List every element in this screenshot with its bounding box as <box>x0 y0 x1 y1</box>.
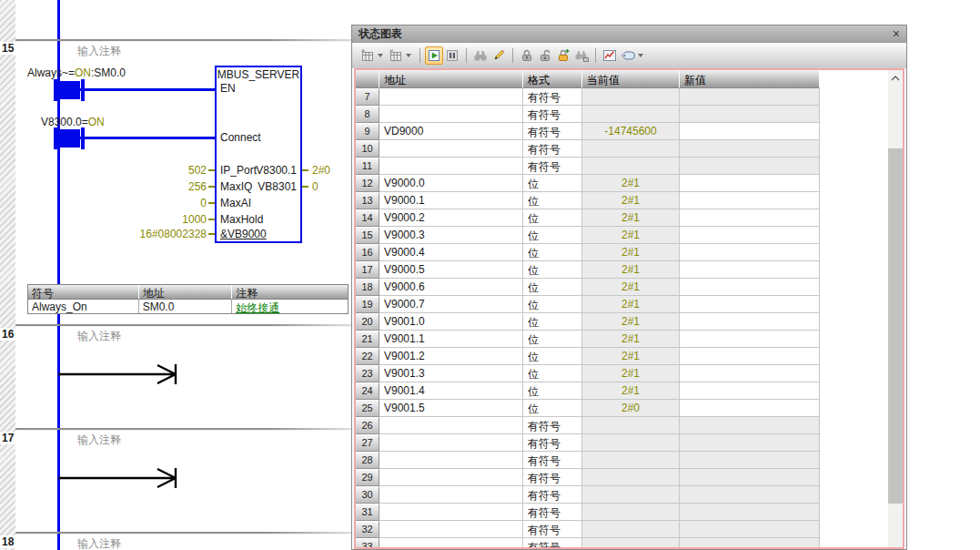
new-value-cell[interactable] <box>680 348 820 365</box>
address-cell[interactable]: V9000.6 <box>379 279 523 296</box>
address-cell[interactable]: V9000.7 <box>379 296 523 313</box>
row-number-cell[interactable]: 15 <box>356 227 379 244</box>
row-number-cell[interactable]: 12 <box>356 175 379 192</box>
network-comment[interactable]: 输入注释 <box>77 329 121 344</box>
row-number-cell[interactable]: 18 <box>356 279 379 296</box>
format-cell[interactable]: 位 <box>523 175 582 192</box>
force-new-icon[interactable] <box>554 46 572 65</box>
address-cell[interactable] <box>379 158 523 175</box>
vertical-scrollbar[interactable] <box>888 70 903 547</box>
address-cell[interactable]: V9000.4 <box>379 244 523 261</box>
format-cell[interactable]: 有符号 <box>523 434 582 452</box>
address-cell[interactable]: V9001.5 <box>379 400 523 417</box>
address-cell[interactable] <box>379 538 523 549</box>
address-cell[interactable]: VD9000 <box>379 123 523 140</box>
format-cell[interactable]: 有符号 <box>523 123 582 140</box>
row-number-cell[interactable]: 33 <box>356 538 379 549</box>
column-header-format[interactable]: 格式 <box>523 70 582 88</box>
address-cell[interactable]: V9000.0 <box>379 175 523 192</box>
format-cell[interactable]: 位 <box>523 331 582 348</box>
format-cell[interactable]: 有符号 <box>523 417 582 434</box>
new-value-cell[interactable] <box>680 244 820 261</box>
address-cell[interactable]: V9001.3 <box>379 365 523 382</box>
format-cell[interactable]: 位 <box>523 192 582 209</box>
format-cell[interactable]: 位 <box>523 261 582 279</box>
row-number-cell[interactable]: 21 <box>356 331 379 348</box>
new-value-cell[interactable] <box>680 261 820 279</box>
row-number-cell[interactable]: 9 <box>356 123 379 140</box>
row-number-cell[interactable]: 17 <box>356 261 379 279</box>
format-cell[interactable]: 位 <box>523 313 582 331</box>
new-value-cell[interactable] <box>680 140 820 158</box>
address-cell[interactable] <box>379 106 523 123</box>
row-number-cell[interactable]: 8 <box>356 106 379 123</box>
new-value-cell[interactable] <box>680 175 820 192</box>
new-value-cell[interactable] <box>680 227 820 244</box>
address-cell[interactable]: V9001.1 <box>379 331 523 348</box>
new-value-cell[interactable] <box>680 313 820 331</box>
address-cell[interactable]: V9001.2 <box>379 348 523 365</box>
address-cell[interactable]: V9000.5 <box>379 261 523 279</box>
new-value-cell[interactable] <box>680 106 820 123</box>
new-value-cell[interactable] <box>680 192 820 209</box>
row-number-cell[interactable]: 30 <box>356 486 379 504</box>
row-number-cell[interactable]: 16 <box>356 244 379 261</box>
address-cell[interactable]: V9000.1 <box>379 192 523 209</box>
chevron-down-icon[interactable] <box>406 54 411 57</box>
format-cell[interactable]: 有符号 <box>523 106 582 123</box>
row-number-cell[interactable]: 13 <box>356 192 379 209</box>
address-cell[interactable] <box>379 521 523 538</box>
format-cell[interactable]: 位 <box>523 227 582 244</box>
address-cell[interactable]: V9000.3 <box>379 227 523 244</box>
read-all-icon[interactable] <box>471 46 490 65</box>
address-cell[interactable] <box>379 417 523 434</box>
new-value-cell[interactable] <box>680 417 820 434</box>
new-value-cell[interactable] <box>680 158 820 175</box>
format-cell[interactable]: 位 <box>523 348 582 365</box>
format-cell[interactable]: 有符号 <box>523 469 582 486</box>
format-cell[interactable]: 有符号 <box>523 158 582 175</box>
new-value-cell[interactable] <box>680 538 820 549</box>
window-titlebar[interactable]: 状态图表 × <box>352 25 906 43</box>
format-cell[interactable]: 位 <box>523 296 582 313</box>
row-number-cell[interactable]: 24 <box>356 382 379 400</box>
chart-status-play-icon[interactable] <box>425 46 443 65</box>
new-value-cell[interactable] <box>680 486 820 504</box>
address-cell[interactable] <box>379 469 523 486</box>
new-value-cell[interactable] <box>680 296 820 313</box>
network-comment[interactable]: 输入注释 <box>77 536 121 550</box>
address-cell[interactable] <box>379 504 523 521</box>
delete-row-icon[interactable] <box>387 46 405 65</box>
new-value-cell[interactable] <box>680 452 820 469</box>
format-cell[interactable]: 位 <box>523 209 582 227</box>
row-number-cell[interactable]: 32 <box>356 521 379 538</box>
mbus-server-block[interactable]: MBUS_SERVER EN Connect IP_Port MaxIQ Max… <box>215 66 302 243</box>
row-number-cell[interactable]: 29 <box>356 469 379 486</box>
new-value-cell[interactable] <box>680 400 820 417</box>
bookmark-icon[interactable] <box>619 46 637 65</box>
row-number-cell[interactable]: 26 <box>356 417 379 434</box>
row-number-cell[interactable]: 11 <box>356 158 379 175</box>
row-number-cell[interactable]: 19 <box>356 296 379 313</box>
chevron-down-icon[interactable] <box>638 54 643 57</box>
address-cell[interactable] <box>379 88 523 106</box>
row-number-cell[interactable]: 31 <box>356 504 379 521</box>
row-number-cell[interactable]: 25 <box>356 400 379 417</box>
write-all-icon[interactable] <box>490 46 508 65</box>
format-cell[interactable]: 有符号 <box>523 452 582 469</box>
address-cell[interactable]: V9001.4 <box>379 382 523 400</box>
address-cell[interactable]: V9000.2 <box>379 209 523 227</box>
new-value-cell[interactable] <box>680 434 820 452</box>
new-value-cell[interactable] <box>680 382 820 400</box>
scroll-up-icon[interactable] <box>888 70 903 86</box>
new-value-cell[interactable] <box>680 331 820 348</box>
format-cell[interactable]: 位 <box>523 382 582 400</box>
row-number-cell[interactable]: 28 <box>356 452 379 469</box>
format-cell[interactable]: 有符号 <box>523 88 582 106</box>
row-number-cell[interactable]: 14 <box>356 209 379 227</box>
new-value-cell[interactable] <box>680 209 820 227</box>
format-cell[interactable]: 有符号 <box>523 504 582 521</box>
network-comment[interactable]: 输入注释 <box>77 433 121 448</box>
new-value-cell[interactable] <box>680 504 820 521</box>
format-cell[interactable]: 有符号 <box>523 521 582 538</box>
